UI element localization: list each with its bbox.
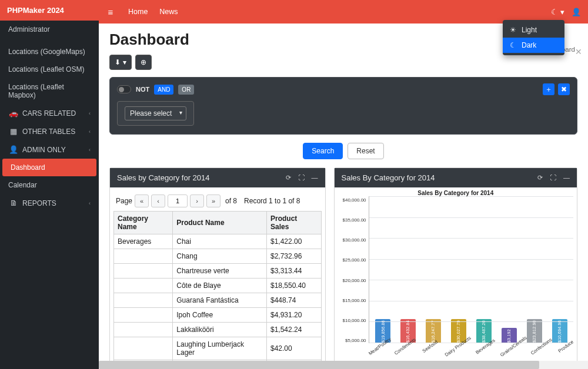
filter-select-row: Please select	[117, 101, 194, 126]
table-row: Côte de Blaye$18,550.40	[114, 279, 322, 293]
sidebar-item-calendar[interactable]: Calendar	[0, 176, 99, 194]
bar-value-label: $38,487.20	[482, 319, 486, 343]
moon-icon: ☾	[509, 41, 517, 49]
table-row: Ipoh Coffee$4,931.20	[114, 308, 322, 323]
col-header[interactable]: Product Name	[173, 212, 267, 234]
brand: PHPMaker 2024	[0, 0, 99, 21]
sidebar-group-cars[interactable]: 🚗CARS RELATED‹	[0, 104, 99, 122]
table-row: Laughing Lumberjack Lager$42.00	[114, 337, 322, 360]
chevron-left-icon: ‹	[89, 129, 91, 135]
sidebar-item-locations-google[interactable]: Locations (GoogleMaps)	[0, 43, 99, 61]
car-icon: 🚗	[8, 109, 19, 118]
topbar: ≡ Home News ☾ ▾ 👤 ☀Light ☾Dark	[99, 0, 588, 24]
page-label: Page	[116, 197, 132, 205]
table-row: Chartreuse verte$3,313.44	[114, 264, 322, 279]
table-icon: ▦	[8, 127, 19, 136]
zoom-button[interactable]: ⊕	[135, 55, 152, 70]
pager-first-icon[interactable]: «	[135, 194, 149, 207]
nav-news[interactable]: News	[153, 8, 183, 16]
collapse-icon[interactable]: —	[563, 174, 570, 182]
pager-last-icon[interactable]: »	[206, 194, 220, 207]
pager-prev-icon[interactable]: ‹	[151, 194, 165, 207]
bar-value-label: $30,027.79	[456, 319, 460, 343]
pager-record: Record 1 to 1 of 8	[244, 197, 300, 205]
panel-title: Sales by Category for 2014	[117, 173, 210, 182]
theme-light[interactable]: ☀Light	[503, 22, 564, 38]
table-row: Chang$2,732.96	[114, 249, 322, 264]
zoom-icon: ⊕	[141, 58, 146, 66]
reset-button[interactable]: Reset	[348, 143, 383, 159]
refresh-icon[interactable]: ⟳	[537, 174, 543, 182]
bar-value-label: $10,694.96	[557, 319, 562, 343]
not-toggle[interactable]	[117, 85, 131, 93]
chart-bar[interactable]: $10,694.96	[552, 319, 567, 343]
chart-y-axis: $40,000.00$35,000.00$30,000.00$25,000.00…	[338, 196, 369, 343]
chart-plot: $19,856.86$16,432.84$16,247.77$30,027.79…	[369, 196, 573, 343]
col-header[interactable]: Category Name	[114, 212, 173, 234]
theme-toggle-icon[interactable]: ☾ ▾	[551, 8, 564, 16]
and-pill[interactable]: AND	[154, 85, 173, 95]
sidebar-item-locations-osm[interactable]: Locations (Leaflet OSM)	[0, 61, 99, 78]
close-filter-row-icon[interactable]: ✕	[575, 47, 582, 56]
theme-dark[interactable]: ☾Dark	[503, 38, 564, 53]
col-header[interactable]: Product Sales	[266, 212, 321, 234]
nav-home[interactable]: Home	[122, 8, 153, 16]
horizontal-scrollbar[interactable]	[99, 361, 588, 369]
remove-filter-icon[interactable]: ✖	[558, 83, 570, 95]
table-row: Lakkalikööri$1,542.24	[114, 323, 322, 337]
chevron-left-icon: ‹	[89, 147, 91, 153]
refresh-icon[interactable]: ⟳	[286, 174, 291, 182]
chart-bar[interactable]: $38,487.20	[476, 319, 492, 343]
maximize-icon[interactable]: ⛶	[298, 174, 305, 182]
user-icon: 👤	[8, 145, 19, 154]
maximize-icon[interactable]: ⛶	[550, 174, 556, 182]
bar-value-label: $3,192	[507, 328, 511, 343]
chart-bar[interactable]: $3,192	[502, 328, 517, 343]
theme-dropdown: ☀Light ☾Dark	[503, 20, 564, 55]
sun-icon: ☀	[509, 26, 517, 34]
search-button[interactable]: Search	[303, 143, 343, 159]
add-filter-icon[interactable]: ＋	[543, 83, 554, 95]
bar-value-label: $16,432.84	[406, 319, 410, 343]
chart-bar[interactable]: $23,812.90	[527, 319, 542, 343]
table-row: Guaraná Fantástica$448.74	[114, 293, 322, 308]
sidebar-group-admin[interactable]: 👤ADMIN ONLY‹	[0, 140, 99, 159]
pager-next-icon[interactable]: ›	[190, 194, 204, 207]
sidebar-item-dashboard[interactable]: Dashboard	[2, 159, 96, 176]
panel-sales-table: Sales by Category for 2014 ⟳ ⛶ — Page « …	[109, 167, 326, 369]
bar-value-label: $23,812.90	[532, 319, 536, 343]
chart-title: Sales By Category for 2014	[335, 187, 577, 196]
menu-toggle-icon[interactable]: ≡	[99, 7, 122, 17]
filter-field-select[interactable]: Please select	[125, 106, 186, 120]
sidebar-tree-node[interactable]: Administrator	[0, 21, 99, 38]
sidebar-group-other-tables[interactable]: ▦OTHER TABLES‹	[0, 122, 99, 140]
download-icon: ⬇	[115, 58, 121, 66]
not-label: NOT	[136, 86, 149, 93]
chevron-left-icon: ‹	[89, 200, 91, 206]
chevron-left-icon: ‹	[89, 110, 91, 116]
user-icon[interactable]: 👤	[572, 8, 581, 16]
table-row: BeveragesChai$1,422.00	[114, 234, 322, 249]
sales-table: Category NameProduct NameProduct SalesBe…	[113, 211, 322, 369]
bar-value-label: $19,856.86	[381, 319, 385, 343]
panel-title: Sales By Category for 2014	[342, 173, 435, 182]
pager-input[interactable]	[168, 194, 188, 207]
panel-sales-chart: Sales By Category for 2014 ⟳ ⛶ — Sales B…	[334, 167, 577, 369]
collapse-icon[interactable]: —	[312, 174, 318, 182]
export-button[interactable]: ⬇▾	[109, 55, 132, 70]
pager-of: of 8	[225, 197, 237, 205]
sidebar-item-locations-mapbox[interactable]: Locations (Leaflet Mapbox)	[0, 78, 99, 104]
sidebar-group-reports[interactable]: 🗎REPORTS‹	[0, 194, 99, 212]
document-icon: 🗎	[8, 199, 19, 207]
filter-builder: NOT AND OR ＋ ✖ Please select ✕	[109, 77, 577, 135]
sidebar: PHPMaker 2024 Administrator Locations (G…	[0, 0, 99, 369]
or-pill[interactable]: OR	[178, 85, 194, 95]
